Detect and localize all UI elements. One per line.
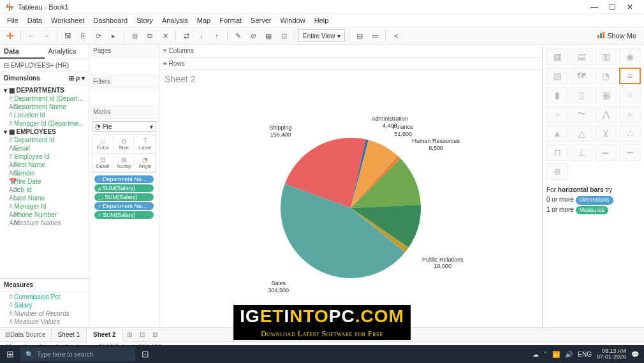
duplicate-icon[interactable]: ⧉ (143, 29, 156, 42)
viz-highlight-table[interactable]: ▥ (595, 48, 617, 65)
tab-data[interactable]: Data (0, 45, 45, 59)
table-employees[interactable]: ▾ ▦ EMPLOYEES (0, 128, 89, 136)
data-source-tab[interactable]: ⊟ Data Source (0, 328, 52, 341)
taskbar-search[interactable]: 🔍 Type here to search (20, 347, 135, 361)
start-button[interactable]: ⊞ (0, 349, 20, 359)
data-source-name[interactable]: ⊟ EMPLOYEES+ (HR) (0, 59, 89, 72)
menu-analysis[interactable]: Analysis (157, 15, 193, 26)
viz-text-table[interactable]: ▦ (546, 48, 568, 65)
marks-tooltip[interactable]: ⊞Tooltip (113, 154, 135, 172)
field[interactable]: AbcEmail (0, 144, 89, 152)
minimize-button[interactable]: — (585, 1, 603, 13)
field[interactable]: AbcGender (0, 169, 89, 177)
menu-story[interactable]: Story (132, 15, 157, 26)
tray-volume-icon[interactable]: 🔊 (565, 351, 573, 358)
fit-dropdown[interactable]: Entire View▾ (298, 29, 345, 42)
menu-map[interactable]: Map (193, 15, 215, 26)
marks-size[interactable]: ⊙Size (113, 135, 135, 154)
run-icon[interactable]: ▸ (107, 29, 120, 42)
sort-desc-icon[interactable]: ↑ (210, 29, 223, 42)
viz-histogram[interactable]: ⊓ (546, 144, 568, 161)
viz-bullet[interactable]: ━ (619, 144, 641, 161)
pie-chart[interactable]: Shipping156,400Administration4,400Financ… (159, 88, 542, 327)
pill-dimension[interactable]: ∷Department Na… (94, 175, 154, 183)
undo-icon[interactable]: ← (25, 29, 38, 42)
viz-dual-line[interactable]: ≈ (619, 106, 641, 122)
viz-area[interactable]: ▲ (546, 125, 568, 142)
new-worksheet-icon[interactable]: ⊞ (128, 29, 141, 42)
fix-axes-icon[interactable]: ⊡ (277, 29, 290, 42)
show-labels-icon[interactable]: ▦ (262, 29, 275, 42)
share-icon[interactable]: < (390, 29, 402, 42)
menu-data[interactable]: Data (23, 15, 47, 26)
sheet-title[interactable]: Sheet 2 (159, 70, 542, 88)
new-sheet-icon[interactable]: ⊞ (123, 331, 136, 338)
menu-file[interactable]: File (3, 15, 23, 26)
new-story-icon[interactable]: ⊟ (149, 331, 161, 338)
viz-area-disc[interactable]: △ (571, 125, 592, 142)
viz-circle[interactable]: ○ (619, 87, 641, 103)
field[interactable]: #Department Id (Departm… (0, 94, 89, 103)
field[interactable]: #Location Id (0, 111, 89, 119)
rows-shelf[interactable]: ≡ Rows (159, 57, 542, 70)
field[interactable]: AbcJob Id (0, 186, 89, 194)
filters-shelf[interactable] (89, 88, 159, 106)
viz-gantt[interactable]: ═ (595, 144, 617, 161)
swap-icon[interactable]: ⇄ (180, 29, 193, 42)
field[interactable]: AbcFirst Name (0, 161, 89, 169)
field[interactable]: #Manager Id (0, 202, 89, 211)
auto-update-icon[interactable]: ⟳ (92, 29, 105, 42)
presentation-icon[interactable]: ▭ (369, 29, 381, 42)
tab-analytics[interactable]: Analytics (45, 45, 89, 59)
redo-icon[interactable]: → (40, 29, 53, 42)
viz-side-bar[interactable]: ▯ (571, 87, 592, 103)
tray-chevron-up-icon[interactable]: ˄ (544, 351, 547, 358)
marks-detail[interactable]: ⊡Detail (92, 154, 113, 172)
task-view-icon[interactable]: ⊡ (135, 349, 156, 359)
group-icon[interactable]: ⊘ (247, 29, 260, 42)
viz-scatter[interactable]: ∴ (619, 125, 641, 142)
marks-angle[interactable]: ◔Angle (135, 154, 156, 172)
pill-dimension[interactable]: TDepartment Na… (94, 202, 154, 210)
menu-format[interactable]: Format (215, 15, 246, 26)
tray-onedrive-icon[interactable]: ☁ (532, 351, 539, 358)
field[interactable]: #Department Id (0, 136, 89, 144)
show-me-button[interactable]: Show Me (593, 30, 640, 41)
field[interactable]: 📅Hire Date (0, 177, 89, 186)
table-departments[interactable]: ▾ ▦ DEPARTMENTS (0, 86, 89, 94)
menu-server[interactable]: Server (246, 15, 275, 26)
menu-dashboard[interactable]: Dashboard (89, 15, 132, 26)
viz-filled-map[interactable]: ▧ (546, 68, 568, 84)
viz-hbar[interactable]: ≡ (619, 68, 641, 84)
pages-shelf[interactable] (89, 57, 159, 75)
tab-sheet1[interactable]: Sheet 1 (52, 328, 87, 341)
pill-measure[interactable]: TSUM(Salary) (94, 211, 154, 219)
field[interactable]: #Manager Id (Departments) (0, 119, 89, 128)
maximize-button[interactable]: ☐ (603, 1, 621, 13)
viz-heatmap[interactable]: ▤ (571, 48, 592, 65)
mark-type-select[interactable]: ◔ Pie ▾ (92, 121, 156, 132)
menu-window[interactable]: Window (276, 15, 310, 26)
viz-side-circle[interactable]: ◦ (546, 106, 568, 122)
tray-notifications-icon[interactable]: 💬 (631, 351, 639, 358)
field-measure-names[interactable]: AbcMeasure Names (0, 219, 89, 227)
menu-worksheet[interactable]: Worksheet (47, 15, 89, 26)
field[interactable]: AbcLast Name (0, 194, 89, 202)
tableau-logo-icon[interactable] (4, 29, 17, 42)
columns-shelf[interactable]: ≡ Columns (159, 45, 542, 57)
viz-line-disc[interactable]: ⋀ (595, 106, 617, 122)
search-field-icon[interactable]: ⊞ ρ ▾ (69, 75, 85, 82)
pill-measure[interactable]: ρSUM(Salary) (94, 184, 154, 192)
pill-measure[interactable]: ⬚SUM(Salary) (94, 193, 154, 201)
field-measure[interactable]: #Salary (0, 301, 89, 309)
viz-line-cont[interactable]: 〜 (571, 106, 592, 122)
show-cards-icon[interactable]: ▤ (353, 29, 366, 42)
viz-pie[interactable]: ◔ (595, 68, 617, 84)
viz-symbol-map[interactable]: ◉ (619, 48, 641, 65)
taskbar-clock[interactable]: 08:13 AM 07-01-2020 (597, 348, 626, 360)
menu-help[interactable]: Help (310, 15, 333, 26)
viz-map[interactable]: 🗺 (571, 68, 592, 84)
viz-treemap[interactable]: ▦ (595, 87, 617, 103)
new-data-icon[interactable]: ⎘ (77, 29, 89, 42)
clear-icon[interactable]: ✕ (159, 29, 172, 42)
